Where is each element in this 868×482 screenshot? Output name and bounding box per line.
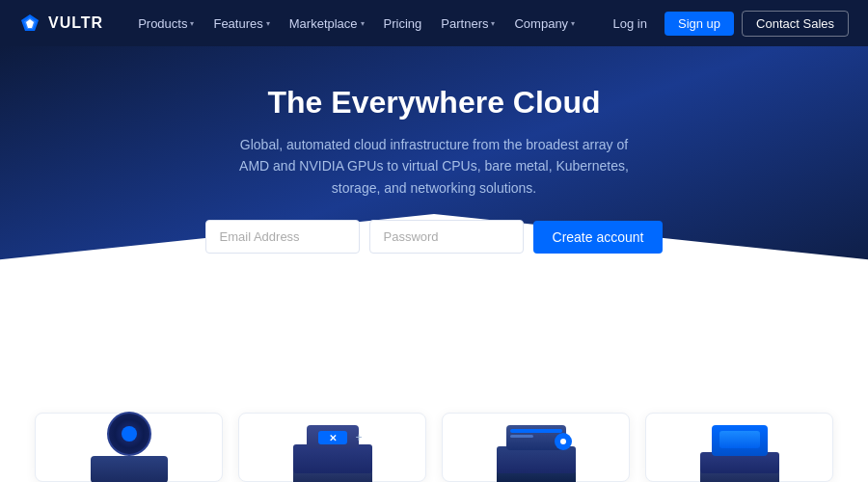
card-cloud-compute[interactable]: ✕ + Cloud Compute Easy-to-use, affordabl…	[238, 413, 426, 482]
nav-marketplace[interactable]: Marketplace ▾	[282, 11, 372, 37]
logo-text: VULTR	[48, 14, 103, 32]
logo[interactable]: VULTR	[19, 13, 103, 34]
hero-title: The Everywhere Cloud	[19, 85, 849, 120]
chevron-down-icon: ▾	[190, 19, 194, 28]
vultr-logo-icon	[19, 13, 41, 34]
hero-section: The Everywhere Cloud Global, automated c…	[0, 46, 868, 297]
create-account-button[interactable]: Create account	[533, 221, 664, 254]
navbar: VULTR Products ▾ Features ▾ Marketplace …	[0, 0, 868, 46]
nav-products[interactable]: Products ▾	[130, 11, 202, 37]
login-button[interactable]: Log in	[604, 12, 657, 36]
signup-form: Create account	[19, 220, 849, 254]
cloud-compute-icon: ✕ +	[289, 427, 376, 482]
chevron-down-icon: ▾	[361, 19, 365, 28]
optimized-compute-icon	[493, 427, 580, 482]
nav-actions: Log in Sign up Contact Sales	[604, 11, 849, 37]
nav-pricing[interactable]: Pricing	[376, 11, 430, 37]
card-optimized-compute[interactable]: Optimized Cloud Compute No noisy neighbo…	[442, 413, 630, 482]
email-input[interactable]	[205, 220, 360, 254]
chevron-down-icon: ▾	[266, 19, 270, 28]
bare-metal-icon	[696, 427, 783, 482]
cards-section: Cloud GPU Large-scale dedicated clusters…	[0, 297, 868, 482]
card-bare-metal[interactable]: Bare Metal Fully automated dedicated ser…	[645, 413, 833, 482]
nav-company[interactable]: Company ▾	[506, 11, 583, 37]
contact-sales-button[interactable]: Contact Sales	[742, 11, 849, 37]
nav-features[interactable]: Features ▾	[205, 11, 277, 37]
nav-partners[interactable]: Partners ▾	[433, 11, 502, 37]
password-input[interactable]	[369, 220, 524, 254]
hero-subtitle: Global, automated cloud infrastructure f…	[231, 134, 637, 199]
cloud-gpu-icon	[86, 427, 173, 482]
nav-links: Products ▾ Features ▾ Marketplace ▾ Pric…	[130, 11, 603, 37]
chevron-down-icon: ▾	[491, 19, 495, 28]
card-cloud-gpu[interactable]: Cloud GPU Large-scale dedicated clusters…	[35, 413, 223, 482]
signup-button[interactable]: Sign up	[665, 12, 734, 36]
chevron-down-icon: ▾	[571, 19, 575, 28]
